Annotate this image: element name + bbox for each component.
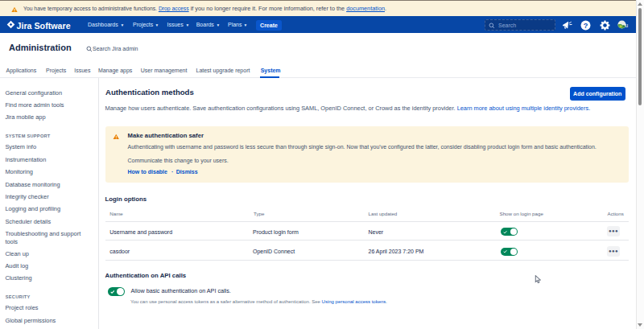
svg-text:?: ? xyxy=(584,21,588,29)
